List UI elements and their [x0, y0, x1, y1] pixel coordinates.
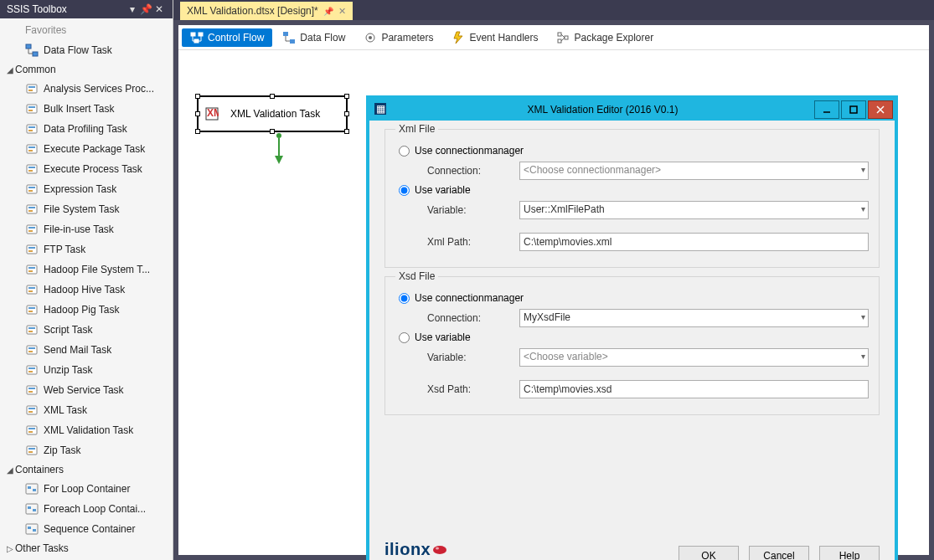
tab-label: Control Flow	[208, 32, 264, 44]
xsd-use-variable-radio-row[interactable]: Use variable	[399, 331, 869, 343]
toolbox-item[interactable]: Web Service Task	[0, 380, 173, 400]
svg-rect-33	[28, 287, 35, 289]
xml-use-variable-radio-row[interactable]: Use variable	[399, 184, 869, 196]
editor-body: Xml File Use connectionmanager Connectio…	[369, 121, 895, 560]
svg-rect-47	[27, 386, 37, 394]
toolbox-item[interactable]: Data Flow Task	[0, 40, 173, 60]
task-label: XML Validation Task	[230, 108, 320, 120]
toolbox-item[interactable]: File-in-use Task	[0, 219, 173, 239]
toolbox-pin-icon[interactable]: 📌	[139, 3, 152, 15]
document-tab[interactable]: XML Validation.dtsx [Design]* 📌 ✕	[180, 2, 353, 20]
tab-close-icon[interactable]: ✕	[338, 6, 346, 17]
tab-label: Event Handlers	[469, 32, 538, 44]
toolbox-item-label: Execute Package Task	[44, 143, 145, 155]
xsd-variable-select[interactable]: <Choose variable>	[519, 348, 869, 367]
ok-button[interactable]: OK	[679, 546, 739, 560]
task-icon	[25, 343, 39, 357]
toolbox-category-common[interactable]: ◢Common	[0, 60, 173, 79]
xml-validation-task-box[interactable]: XML XML Validation Task	[197, 95, 348, 132]
svg-rect-45	[28, 367, 35, 369]
xml-path-input[interactable]	[519, 233, 869, 251]
svg-rect-4	[28, 90, 33, 91]
svg-rect-60	[28, 486, 31, 489]
toolbox-item-label: Sequence Container	[44, 523, 135, 535]
container-icon	[25, 522, 39, 536]
svg-rect-0	[26, 44, 31, 49]
xml-use-variable-radio[interactable]	[399, 185, 410, 196]
toolbox-category-containers[interactable]: ◢Containers	[0, 460, 173, 479]
tab-parameters[interactable]: Parameters	[355, 28, 441, 47]
task-icon	[25, 142, 39, 156]
svg-rect-64	[33, 509, 36, 511]
tab-pin-icon[interactable]: 📌	[323, 7, 333, 16]
xsd-use-variable-radio[interactable]	[399, 332, 410, 343]
toolbox-item-label: File System Task	[44, 203, 119, 215]
toolbox-item-label: Script Task	[44, 324, 92, 336]
toolbox-close-icon[interactable]: ✕	[152, 3, 166, 15]
xsd-connection-select[interactable]: MyXsdFile	[519, 309, 869, 327]
toolbox-item[interactable]: Data Profiling Task	[0, 119, 173, 139]
toolbox-item[interactable]: XML Validation Task	[0, 420, 173, 440]
toolbox-dropdown-icon[interactable]: ▾	[126, 3, 139, 15]
toolbox-item[interactable]: Foreach Loop Contai...	[0, 499, 173, 519]
svg-rect-38	[27, 326, 37, 334]
toolbox-item[interactable]: File System Task	[0, 199, 173, 219]
help-button[interactable]: Help	[819, 546, 880, 560]
toolbox-item-label: Web Service Task	[44, 384, 124, 396]
radio-label: Use variable	[415, 184, 471, 196]
xsd-path-input[interactable]	[519, 380, 869, 398]
tab-package-explorer[interactable]: Package Explorer	[548, 28, 662, 47]
xsd-file-legend: Xsd File	[395, 270, 438, 282]
toolbox-item[interactable]: Send Mail Task	[0, 340, 173, 360]
toolbox-item[interactable]: Execute Package Task	[0, 139, 173, 159]
success-connector-arrow[interactable]	[271, 132, 287, 166]
tab-event-handlers[interactable]: Event Handlers	[443, 28, 546, 47]
svg-rect-13	[28, 150, 33, 152]
toolbox-item[interactable]: Sequence Container	[0, 519, 173, 539]
svg-rect-56	[27, 446, 37, 455]
connection-label: Connection:	[427, 165, 511, 177]
tab-label: Package Explorer	[574, 32, 653, 44]
xsd-use-connmgr-radio-row[interactable]: Use connectionmanager	[399, 292, 869, 304]
close-button[interactable]	[868, 100, 893, 119]
task-icon	[25, 82, 39, 95]
xml-use-connmgr-radio-row[interactable]: Use connectionmanager	[399, 145, 869, 157]
cancel-button[interactable]: Cancel	[749, 546, 809, 560]
svg-rect-6	[28, 106, 35, 108]
toolbox-item-label: Expression Task	[44, 183, 116, 195]
toolbox-item[interactable]: Bulk Insert Task	[0, 99, 173, 119]
toolbox-item[interactable]: Hadoop File System T...	[0, 259, 173, 280]
toolbox-item-label: XML Validation Task	[44, 424, 133, 436]
svg-rect-22	[28, 210, 33, 212]
toolbox-category-other[interactable]: ▷Other Tasks	[0, 539, 173, 557]
svg-rect-16	[28, 170, 33, 172]
editor-titlebar[interactable]: ▦ XML Validation Editor (2016 V0.1)	[369, 99, 895, 121]
svg-text:XML: XML	[207, 107, 219, 119]
toolbox-item[interactable]: Unzip Task	[0, 360, 173, 380]
svg-rect-41	[27, 346, 37, 354]
minimize-button[interactable]	[814, 100, 839, 119]
svg-rect-70	[194, 39, 199, 43]
toolbox-item[interactable]: XML Task	[0, 400, 173, 420]
toolbox-item[interactable]: Expression Task	[0, 179, 173, 199]
svg-rect-42	[28, 347, 35, 349]
xml-connection-select[interactable]: <Choose connectionmanager>	[519, 162, 869, 180]
maximize-button[interactable]	[841, 100, 866, 119]
toolbox-item[interactable]: Hadoop Pig Task	[0, 300, 173, 320]
toolbox-item[interactable]: Analysis Services Proc...	[0, 79, 173, 99]
design-canvas[interactable]: XML XML Validation Task ▦ XML Validation…	[178, 50, 929, 555]
svg-rect-9	[28, 126, 35, 128]
toolbox-item[interactable]: For Loop Container	[0, 479, 173, 499]
event-handlers-icon	[452, 31, 465, 44]
tab-data-flow[interactable]: Data Flow	[274, 28, 353, 47]
xsd-use-connmgr-radio[interactable]	[399, 293, 410, 304]
toolbox-item[interactable]: Zip Task	[0, 440, 173, 460]
xml-use-connmgr-radio[interactable]	[399, 146, 410, 157]
xml-variable-select[interactable]: User::XmlFilePath	[519, 201, 869, 219]
svg-rect-72	[290, 39, 295, 44]
toolbox-item[interactable]: FTP Task	[0, 239, 173, 259]
toolbox-item[interactable]: Execute Process Task	[0, 159, 173, 179]
toolbox-item[interactable]: Script Task	[0, 320, 173, 340]
tab-control-flow[interactable]: Control Flow	[182, 28, 272, 47]
toolbox-item[interactable]: Hadoop Hive Task	[0, 280, 173, 300]
